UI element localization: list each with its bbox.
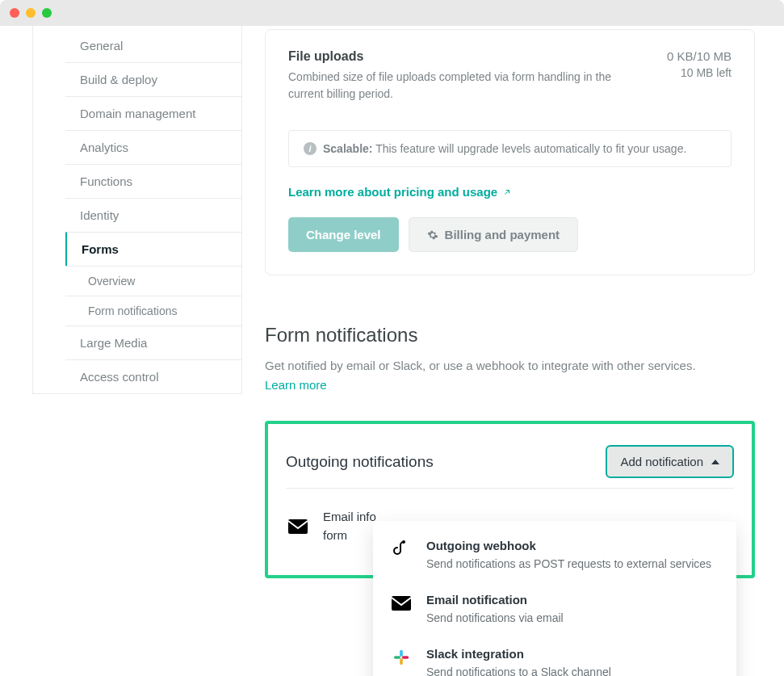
dropdown-item-desc: Send notifications to a Slack channel xyxy=(426,666,611,676)
svg-rect-6 xyxy=(402,656,409,659)
info-icon: i xyxy=(304,142,317,155)
file-uploads-card: File uploads Combined size of file uploa… xyxy=(265,29,755,275)
settings-sidebar: General Build & deploy Domain management… xyxy=(32,26,242,394)
existing-notification-row[interactable]: Email info form Outgoing webhook Send no… xyxy=(286,489,734,564)
sidebar-sub-form-notifications[interactable]: Form notifications xyxy=(65,296,241,325)
dropdown-item-title: Outgoing webhook xyxy=(426,539,711,552)
learn-more-link[interactable]: Learn more xyxy=(265,378,327,392)
outgoing-title: Outgoing notifications xyxy=(286,453,434,471)
uploads-left: 10 MB left xyxy=(667,66,732,79)
dropdown-item-webhook[interactable]: Outgoing webhook Send notifications as P… xyxy=(373,527,736,582)
dropdown-item-slack[interactable]: Slack integration Send notifications to … xyxy=(373,636,736,676)
uploads-title: File uploads xyxy=(288,49,627,64)
outgoing-notifications-highlight: Outgoing notifications Add notification … xyxy=(265,421,755,578)
svg-rect-0 xyxy=(288,519,308,534)
envelope-icon xyxy=(391,593,412,614)
section-desc: Get notified by email or Slack, or use a… xyxy=(265,359,696,372)
sidebar-sub-overview[interactable]: Overview xyxy=(65,266,241,296)
add-notification-label: Add notification xyxy=(620,455,703,468)
svg-rect-3 xyxy=(400,650,403,657)
window-minimize-icon[interactable] xyxy=(26,8,36,18)
svg-rect-2 xyxy=(392,596,411,611)
sidebar-item-access-control[interactable]: Access control xyxy=(65,359,241,393)
banner-text: This feature will upgrade levels automat… xyxy=(375,142,686,155)
sidebar-item-general[interactable]: General xyxy=(65,29,241,62)
sidebar-item-build[interactable]: Build & deploy xyxy=(65,62,241,96)
sidebar-item-identity[interactable]: Identity xyxy=(65,198,241,232)
external-link-icon xyxy=(502,187,512,197)
uploads-stats: 0 KB/10 MB xyxy=(667,49,732,63)
pricing-link-label: Learn more about pricing and usage xyxy=(288,185,497,199)
hook-icon xyxy=(391,539,412,560)
uploads-desc: Combined size of file uploads completed … xyxy=(288,69,627,103)
sidebar-item-forms[interactable]: Forms xyxy=(65,232,241,266)
outgoing-notifications-card: Outgoing notifications Add notification … xyxy=(279,435,740,564)
sidebar-item-domain[interactable]: Domain management xyxy=(65,96,241,130)
existing-line1: Email info xyxy=(323,508,376,527)
main-content: File uploads Combined size of file uploa… xyxy=(242,26,784,676)
envelope-icon xyxy=(287,519,308,534)
pricing-link[interactable]: Learn more about pricing and usage xyxy=(288,185,512,199)
billing-button[interactable]: Billing and payment xyxy=(409,217,579,252)
slack-icon xyxy=(391,647,412,668)
dropdown-item-title: Email notification xyxy=(426,593,564,607)
caret-up-icon xyxy=(711,460,719,464)
billing-button-label: Billing and payment xyxy=(445,228,560,241)
add-notification-dropdown: Outgoing webhook Send notifications as P… xyxy=(373,521,736,676)
dropdown-item-desc: Send notifications via email xyxy=(426,611,564,624)
sidebar-item-analytics[interactable]: Analytics xyxy=(65,130,241,164)
window-title-bar xyxy=(0,0,784,26)
svg-rect-5 xyxy=(400,658,403,665)
banner-label: Scalable: xyxy=(323,142,372,155)
window-maximize-icon[interactable] xyxy=(42,8,52,18)
existing-line2: form xyxy=(323,527,376,545)
window-close-icon[interactable] xyxy=(10,8,19,18)
form-notifications-section: Form notifications Get notified by email… xyxy=(265,324,755,395)
svg-point-1 xyxy=(402,540,405,544)
dropdown-item-desc: Send notifications as POST requests to e… xyxy=(426,557,711,570)
scalable-banner: i Scalable: This feature will upgrade le… xyxy=(288,130,732,167)
sidebar-item-functions[interactable]: Functions xyxy=(65,164,241,198)
svg-rect-4 xyxy=(394,656,400,659)
gear-icon xyxy=(427,229,438,241)
change-level-button[interactable]: Change level xyxy=(288,217,399,252)
dropdown-item-title: Slack integration xyxy=(426,647,611,661)
section-title: Form notifications xyxy=(265,324,755,346)
sidebar-item-large-media[interactable]: Large Media xyxy=(65,325,241,359)
add-notification-button[interactable]: Add notification xyxy=(606,445,734,478)
dropdown-item-email[interactable]: Email notification Send notifications vi… xyxy=(373,582,736,636)
